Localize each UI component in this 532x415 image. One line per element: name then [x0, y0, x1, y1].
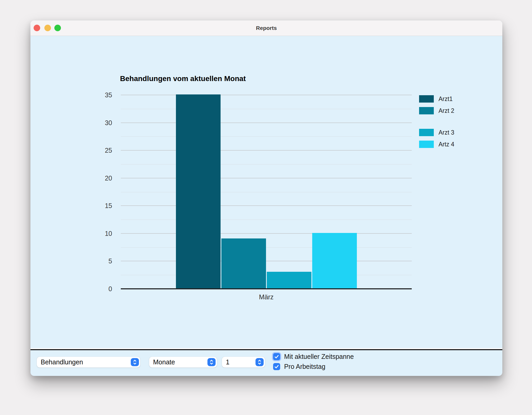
legend-swatch [419, 129, 434, 136]
toolbar-separator [30, 349, 502, 350]
bar-arzt-3 [267, 272, 311, 288]
gridline-minor [121, 164, 412, 164]
reports-window: Reports Behandlungen vom aktuellen Monat… [30, 20, 502, 376]
zoom-window-icon[interactable] [54, 25, 61, 31]
y-axis-tick-label: 0 [89, 284, 112, 294]
close-window-icon[interactable] [34, 25, 40, 31]
y-axis-tick-label: 5 [89, 256, 112, 266]
gridline-major [121, 150, 412, 151]
gridline-major [121, 261, 412, 261]
legend-swatch [419, 95, 434, 103]
y-axis-tick-label: 10 [89, 229, 112, 238]
gridline-major [121, 95, 412, 95]
plot-area: März 05101520253035 [121, 95, 412, 289]
gridline-major [121, 178, 412, 178]
gridline-major [121, 205, 412, 206]
legend-label: Arzt1 [439, 95, 453, 103]
period-count-select-value: 1 [226, 358, 230, 366]
legend-item: Arzt 3 [419, 129, 454, 136]
y-axis-tick-label: 35 [89, 90, 112, 100]
y-axis-tick-label: 20 [89, 173, 112, 183]
y-axis-tick-label: 30 [89, 118, 112, 127]
gridline-major [121, 123, 412, 123]
timespan-checkbox-label: Mit aktueller Zeitspanne [284, 353, 354, 360]
window-titlebar[interactable]: Reports [30, 20, 502, 36]
legend-label: Arzt 3 [439, 129, 454, 136]
gridline-minor [121, 192, 412, 192]
gridline-major [121, 233, 412, 234]
up-down-chevrons-icon[interactable] [207, 358, 216, 366]
gridline-minor [121, 275, 412, 275]
gridline-minor [121, 109, 412, 109]
y-axis-tick-label: 25 [89, 146, 112, 155]
up-down-chevrons-icon[interactable] [255, 358, 264, 366]
up-down-chevrons-icon[interactable] [131, 358, 139, 366]
bar-arzt1 [176, 94, 221, 288]
timespan-checkbox-row: Mit aktueller Zeitspanne [273, 353, 354, 360]
chart-title: Behandlungen vom aktuellen Monat [120, 75, 246, 83]
period-count-select[interactable]: 1 [222, 357, 265, 368]
checkmark-icon [274, 365, 279, 369]
legend-swatch [419, 107, 434, 114]
bar-artz-4 [312, 233, 357, 288]
x-axis-category-label: März [121, 293, 412, 301]
legend-label: Arzt 2 [439, 107, 454, 114]
gridline-minor [121, 136, 412, 137]
legend-label: Artz 4 [439, 141, 454, 148]
workday-checkbox-row: Pro Arbeitstag [273, 363, 325, 370]
legend-item: Arzt1 [419, 95, 454, 103]
workday-checkbox[interactable] [273, 363, 280, 370]
legend-item: Artz 4 [419, 141, 454, 148]
chart-legend: Arzt1Arzt 2Arzt 3Artz 4 [419, 95, 454, 148]
workday-checkbox-label: Pro Arbeitstag [284, 363, 325, 370]
period-unit-select-value: Monate [153, 358, 175, 366]
legend-swatch [419, 141, 434, 148]
legend-item: Arzt 2 [419, 107, 454, 114]
report-type-select-value: Behandlungen [41, 358, 83, 366]
period-unit-select[interactable]: Monate [149, 357, 217, 368]
bar-arzt-2 [221, 238, 266, 288]
report-type-select[interactable]: Behandlungen [37, 357, 140, 368]
gridline-minor [121, 247, 412, 248]
timespan-checkbox[interactable] [273, 353, 280, 360]
x-axis-line [121, 288, 412, 289]
checkmark-icon [274, 355, 279, 359]
minimize-window-icon[interactable] [44, 25, 51, 31]
gridline-minor [121, 220, 412, 220]
y-axis-tick-label: 15 [89, 201, 112, 210]
window-title: Reports [256, 25, 277, 31]
